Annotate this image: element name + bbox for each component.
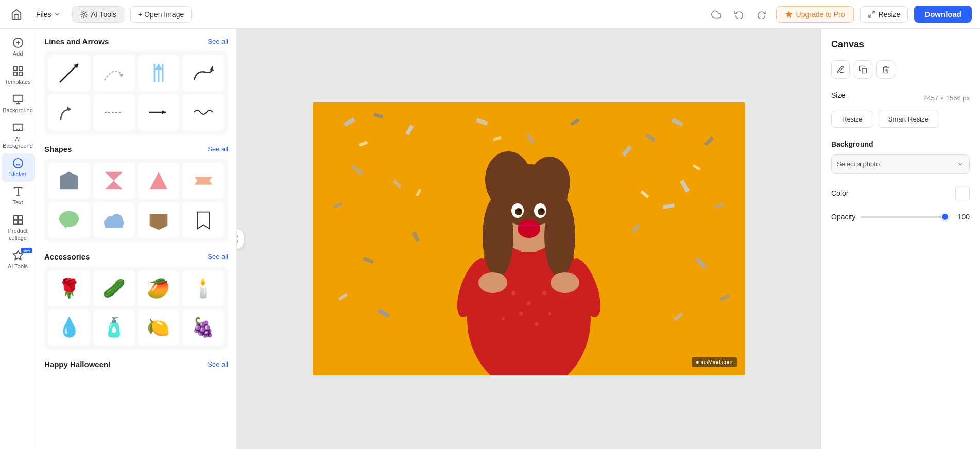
svg-point-85: [485, 151, 531, 208]
shape-item-banner[interactable]: [182, 163, 224, 199]
opacity-section: Opacity 100: [831, 213, 970, 221]
canvas-area: ● insMind.com: [237, 29, 820, 449]
arrow-item-6[interactable]: [93, 94, 135, 130]
svg-rect-7: [19, 67, 22, 70]
svg-point-97: [478, 272, 507, 293]
sidebar-item-text[interactable]: Text: [2, 182, 35, 210]
sidebar-item-templates[interactable]: Templates: [2, 61, 35, 90]
accessories-title: Accessories: [44, 252, 90, 261]
shape-item-tag[interactable]: [138, 202, 180, 238]
accessories-section: Accessories See all 🌹 🥒 🥭 🕯️ 💧 🧴 🍋 🍇: [44, 252, 228, 350]
shapes-see-all[interactable]: See all: [208, 145, 228, 153]
accessory-tube[interactable]: 🧴: [93, 309, 135, 346]
lines-arrows-section: Lines and Arrows See all: [44, 37, 228, 134]
accessory-mango[interactable]: 🥭: [138, 270, 180, 306]
arrow-item-3[interactable]: [138, 55, 180, 91]
panel-collapse-button[interactable]: [237, 229, 244, 249]
open-image-button[interactable]: + Open Image: [130, 6, 192, 23]
sidebar-item-ai-background[interactable]: AI Background: [2, 118, 35, 153]
resize-button[interactable]: Resize: [860, 6, 908, 23]
sidebar-item-product-collage[interactable]: Product collage: [2, 210, 35, 245]
shapes-section: Shapes See all: [44, 145, 228, 242]
canvas-style-button[interactable]: [831, 60, 850, 79]
shape-item-hourglass[interactable]: [93, 163, 135, 199]
svg-point-102: [519, 312, 523, 316]
svg-rect-20: [18, 216, 22, 219]
accessory-candle[interactable]: 🕯️: [182, 270, 224, 306]
shape-item-pentagon[interactable]: [48, 163, 90, 199]
opacity-slider[interactable]: [861, 216, 949, 218]
arrows-grid: [44, 51, 228, 134]
svg-marker-35: [60, 172, 78, 190]
arrow-item-4[interactable]: [182, 55, 224, 91]
main-layout: Add Templates Background AI Background S…: [0, 29, 980, 449]
upgrade-to-pro-button[interactable]: Upgrade to Pro: [776, 6, 854, 23]
watermark: ● insMind.com: [692, 357, 736, 367]
shapes-title: Shapes: [44, 145, 72, 153]
canvas-actions: [831, 60, 970, 79]
opacity-value: 100: [954, 213, 970, 221]
sidebar-item-add[interactable]: Add: [2, 33, 35, 61]
svg-line-1: [872, 11, 874, 13]
resize-canvas-button[interactable]: Resize: [831, 111, 873, 128]
select-photo-button[interactable]: Select a photo: [831, 154, 970, 174]
shape-item-bookmark[interactable]: [182, 202, 224, 238]
sidebar-item-sticker[interactable]: Sticker: [2, 153, 35, 182]
redo-button[interactable]: [753, 6, 770, 23]
arrow-item-5[interactable]: [48, 94, 90, 130]
canvas-copy-button[interactable]: [854, 60, 872, 79]
svg-marker-46: [150, 214, 168, 230]
accessory-lemon[interactable]: 🍋: [138, 309, 180, 346]
canvas-panel-title: Canvas: [831, 39, 970, 50]
svg-point-39: [59, 211, 79, 227]
canvas-delete-button[interactable]: [876, 60, 895, 79]
canvas-container: ● insMind.com: [313, 102, 745, 375]
files-menu[interactable]: Files: [31, 7, 66, 22]
accessory-rose[interactable]: 🌹: [48, 270, 90, 306]
svg-point-98: [551, 272, 579, 293]
accessories-see-all[interactable]: See all: [208, 253, 228, 261]
accessory-fruits[interactable]: 🍇: [182, 309, 224, 346]
lines-arrows-see-all[interactable]: See all: [208, 38, 228, 45]
sidebar-item-background[interactable]: Background: [2, 90, 35, 118]
svg-line-2: [868, 15, 870, 17]
color-swatch[interactable]: [955, 186, 970, 200]
svg-marker-34: [162, 110, 166, 114]
svg-marker-40: [63, 225, 67, 229]
svg-point-100: [527, 301, 531, 305]
svg-point-104: [502, 317, 505, 320]
arrow-item-1[interactable]: [48, 55, 90, 91]
svg-rect-21: [13, 220, 17, 224]
shape-item-triangle[interactable]: [138, 163, 180, 199]
arrow-item-2[interactable]: [93, 55, 135, 91]
sidebar-item-ai-tools[interactable]: AI Tools new: [2, 246, 35, 274]
svg-point-91: [518, 209, 521, 212]
svg-point-105: [548, 312, 551, 315]
halloween-title: Happy Halloween!: [44, 360, 111, 369]
accessory-cucumber[interactable]: 🥒: [93, 270, 135, 306]
svg-rect-106: [862, 68, 867, 73]
accessory-water[interactable]: 💧: [48, 309, 90, 346]
svg-marker-36: [105, 172, 123, 190]
ai-tools-button[interactable]: AI Tools: [72, 6, 125, 23]
shape-item-cloud[interactable]: [93, 202, 135, 238]
sidebar-icons: Add Templates Background AI Background S…: [0, 29, 36, 449]
svg-point-90: [538, 208, 545, 215]
svg-point-101: [542, 291, 546, 295]
home-button[interactable]: [8, 6, 25, 23]
undo-button[interactable]: [731, 6, 747, 23]
cloud-button[interactable]: [708, 6, 725, 23]
svg-marker-29: [154, 64, 163, 70]
svg-rect-19: [13, 216, 17, 219]
arrow-item-7[interactable]: [138, 94, 180, 130]
download-button[interactable]: Download: [914, 6, 972, 23]
halloween-see-all[interactable]: See all: [208, 360, 228, 368]
svg-rect-9: [19, 72, 22, 75]
shape-item-speech-bubble[interactable]: [48, 202, 90, 238]
arrow-item-8[interactable]: [182, 94, 224, 130]
smart-resize-button[interactable]: Smart Resize: [878, 111, 939, 128]
halloween-section: Happy Halloween! See all: [44, 360, 228, 369]
svg-point-92: [541, 209, 543, 212]
svg-marker-38: [194, 177, 212, 184]
svg-rect-6: [13, 67, 16, 70]
